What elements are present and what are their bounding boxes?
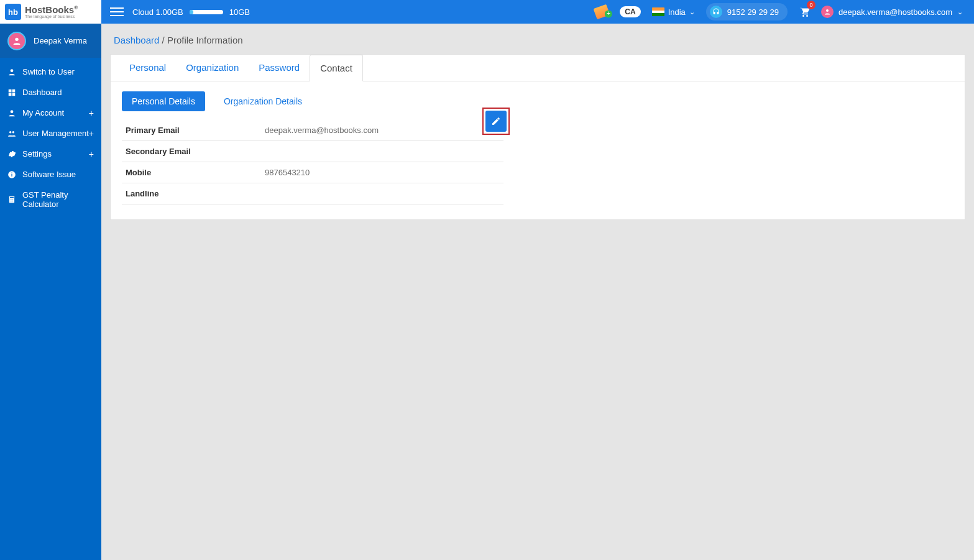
sidebar-item-software-issue[interactable]: Software Issue [0, 164, 101, 185]
svg-point-1 [15, 37, 18, 40]
sidebar-item-user-management[interactable]: User Management + [0, 123, 101, 144]
field-value: 9876543210 [265, 168, 310, 177]
brand-logo[interactable]: hb HostBooks® The language of business [0, 0, 101, 24]
india-flag-icon [652, 7, 664, 16]
contact-subtabs: Personal Details Organization Details [122, 91, 953, 111]
breadcrumb-current: Profile Information [167, 35, 243, 45]
row-primary-email: Primary Email deepak.verma@hostbooks.com [122, 120, 503, 141]
row-secondary-email: Secondary Email [122, 141, 503, 162]
sidebar-item-switch-user[interactable]: Switch to User [0, 62, 101, 82]
field-label: Secondary Email [126, 147, 265, 156]
row-landline: Landline [122, 183, 503, 204]
sidebar-item-label: Software Issue [22, 170, 76, 179]
brand-text: HostBooks® The language of business [25, 5, 78, 19]
sidebar-user-name: Deepak Verma [34, 36, 87, 45]
field-label: Landline [126, 189, 265, 198]
svg-rect-11 [11, 173, 12, 176]
chevron-down-icon: ⌄ [689, 8, 695, 16]
svg-rect-12 [11, 172, 12, 173]
svg-point-7 [11, 110, 14, 113]
cloud-used-label: Cloud 1.00GB [132, 7, 183, 17]
avatar-icon [821, 6, 834, 18]
field-label: Primary Email [126, 126, 265, 135]
row-mobile: Mobile 9876543210 [122, 162, 503, 183]
calculator-icon [7, 195, 16, 204]
sidebar-nav: Switch to User Dashboard My Account + Us… [0, 58, 101, 214]
brand-mark: hb [5, 4, 21, 20]
chevron-down-icon: ⌄ [957, 8, 963, 16]
users-icon [7, 129, 16, 138]
subtab-personal-details[interactable]: Personal Details [122, 91, 205, 111]
edit-button[interactable] [485, 111, 507, 132]
svg-rect-14 [10, 197, 14, 198]
sidebar: Deepak Verma Switch to User Dashboard My… [0, 24, 101, 560]
plus-icon: + [89, 129, 94, 139]
gear-icon [7, 150, 16, 158]
svg-rect-3 [9, 89, 12, 92]
sidebar-item-label: GST Penalty Calculator [22, 190, 94, 209]
svg-point-8 [9, 131, 11, 133]
svg-point-2 [11, 69, 14, 72]
plus-icon: + [89, 149, 94, 159]
headset-icon [710, 6, 722, 18]
sidebar-item-label: User Management [22, 129, 89, 138]
cart-button[interactable]: 0 [799, 6, 810, 19]
top-bar: hb HostBooks® The language of business C… [0, 0, 974, 24]
sidebar-item-dashboard[interactable]: Dashboard [0, 82, 101, 103]
cart-count-badge: 0 [807, 1, 815, 9]
sidebar-item-my-account[interactable]: My Account + [0, 103, 101, 123]
breadcrumb-sep: / [159, 35, 167, 45]
ca-badge[interactable]: CA [620, 6, 640, 17]
account-icon [7, 109, 16, 117]
sidebar-item-label: Settings [22, 149, 52, 158]
svg-rect-5 [9, 93, 12, 96]
edit-highlight [482, 108, 510, 135]
svg-rect-6 [12, 93, 16, 96]
menu-toggle-icon[interactable] [110, 5, 124, 19]
sidebar-item-label: My Account [22, 108, 64, 117]
user-icon [7, 68, 16, 76]
field-value: deepak.verma@hostbooks.com [265, 126, 379, 135]
country-selector[interactable]: India ⌄ [652, 7, 695, 17]
top-user-email: deepak.verma@hostbooks.com [838, 7, 952, 17]
tab-organization[interactable]: Organization [176, 55, 249, 81]
svg-point-19 [11, 201, 12, 201]
svg-point-16 [11, 199, 12, 200]
svg-rect-4 [12, 89, 16, 92]
breadcrumb-root-link[interactable]: Dashboard [114, 35, 159, 45]
main-content: Dashboard / Profile Information Personal… [101, 24, 974, 229]
plus-icon: + [89, 108, 94, 118]
sidebar-item-gst-calculator[interactable]: GST Penalty Calculator [0, 185, 101, 214]
breadcrumb: Dashboard / Profile Information [114, 35, 963, 45]
avatar-icon [7, 32, 26, 50]
support-phone-label: 9152 29 29 29 [727, 7, 779, 17]
sidebar-user[interactable]: Deepak Verma [0, 24, 101, 58]
dashboard-icon [7, 88, 16, 97]
info-icon [7, 170, 16, 179]
cloud-storage-meter: Cloud 1.00GB 10GB [132, 7, 250, 17]
svg-point-0 [826, 9, 829, 12]
tab-password[interactable]: Password [249, 55, 310, 81]
profile-card: Personal Organization Password Contact P… [110, 54, 965, 220]
top-user-menu[interactable]: deepak.verma@hostbooks.com ⌄ [821, 6, 963, 18]
svg-point-9 [12, 131, 14, 133]
support-phone-pill[interactable]: 9152 29 29 29 [706, 3, 788, 21]
svg-point-17 [12, 199, 13, 200]
svg-point-18 [11, 201, 11, 201]
ticket-add-icon[interactable] [594, 4, 610, 19]
cloud-total-label: 10GB [229, 7, 250, 17]
sidebar-item-settings[interactable]: Settings + [0, 144, 101, 164]
profile-tabs: Personal Organization Password Contact [111, 55, 965, 81]
contact-details-table: Primary Email deepak.verma@hostbooks.com… [122, 120, 503, 204]
field-label: Mobile [126, 168, 265, 177]
sidebar-item-label: Switch to User [22, 67, 75, 76]
tab-contact[interactable]: Contact [310, 55, 363, 81]
subtab-organization-details[interactable]: Organization Details [214, 91, 312, 111]
cloud-meter-bar [190, 10, 223, 14]
country-label: India [668, 7, 686, 17]
svg-point-15 [11, 199, 11, 200]
sidebar-item-label: Dashboard [22, 88, 62, 97]
tab-personal[interactable]: Personal [119, 55, 176, 81]
pencil-icon [491, 116, 501, 126]
svg-point-20 [12, 201, 13, 201]
